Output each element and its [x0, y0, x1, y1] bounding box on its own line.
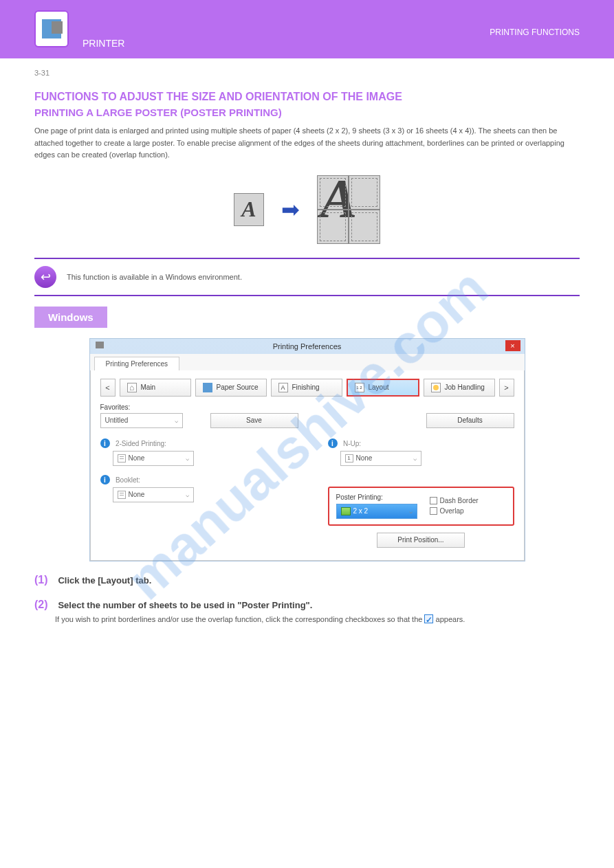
chevron-down-icon: ⌵ [186, 491, 189, 498]
dash-border-checkbox[interactable]: Dash Border [430, 497, 479, 504]
poster-value: 2 x 2 [353, 507, 369, 515]
tab-paper-label: Paper Source [217, 383, 259, 391]
close-icon[interactable]: × [505, 340, 520, 351]
checkbox-icon [430, 507, 437, 515]
info-icon[interactable]: i [100, 438, 110, 448]
header-left-label: PRINTER [83, 38, 124, 49]
booklet-label: Booklet: [116, 476, 140, 484]
home-icon [127, 383, 137, 392]
back-arrow-icon: ↩ [34, 266, 56, 288]
twosided-label: 2-Sided Printing: [116, 440, 166, 447]
info-icon[interactable]: i [100, 475, 110, 485]
checked-checkbox-icon [424, 614, 433, 623]
note-text: This function is available in a Windows … [67, 273, 242, 281]
single-page-thumb: A [234, 193, 264, 226]
printer-icon [96, 342, 104, 348]
poster-printing-group: Poster Printing: 2 x 2⌵ Dash Border Over… [328, 487, 514, 526]
info-icon[interactable]: i [328, 438, 338, 448]
step-1: (1) Click the [Layout] tab. [34, 574, 580, 586]
favorites-label: Favorites: [100, 403, 514, 411]
section-icon [34, 10, 69, 47]
printer-doc-icon [42, 19, 61, 38]
job-icon [431, 383, 441, 392]
nup-prefix-icon: 1 [345, 454, 353, 463]
favorites-value: Untitled [105, 416, 129, 424]
tile-top-left: A [317, 175, 349, 210]
booklet-combo[interactable]: None⌵ [113, 487, 194, 502]
checkbox-icon [430, 497, 437, 504]
nup-label: N-Up: [343, 440, 361, 447]
window-titlebar: Printing Preferences × [90, 339, 525, 354]
poster-illustration: A ➡ A A A A [34, 175, 580, 244]
window-title: Printing Preferences [273, 342, 342, 350]
step-2-body-b: appears. [436, 615, 465, 623]
tiled-output-grid: A A A A [317, 175, 380, 244]
chevron-down-icon: ⌵ [175, 417, 178, 424]
tab-next-button[interactable]: > [499, 379, 514, 397]
chevron-down-icon: ⌵ [186, 455, 189, 462]
page-lines-icon [118, 454, 126, 463]
dialog-screenshot: Printing Preferences × Printing Preferen… [89, 338, 525, 561]
file-tab[interactable]: Printing Preferences [94, 357, 180, 370]
poster-printing-combo[interactable]: 2 x 2⌵ [336, 504, 417, 519]
tab-layout-label: Layout [369, 383, 389, 391]
tray-icon [203, 383, 212, 392]
step-2: (2) Select the number of sheets to be us… [34, 599, 580, 611]
note-block: ↩ This function is available in a Window… [34, 259, 580, 295]
step-1-title: Click the [Layout] tab. [58, 575, 151, 586]
tab-finishing[interactable]: Finishing [271, 379, 342, 397]
page-lines-icon [118, 491, 126, 499]
tab-job-handling[interactable]: Job Handling [424, 379, 495, 397]
poster-thumb-icon [341, 507, 351, 515]
layout-icon [355, 383, 364, 392]
intro-text: One page of print data is enlarged and p… [34, 125, 580, 162]
twosided-value: None [129, 454, 145, 462]
category-tabs-row: < Main Paper Source Finishing Layout Job… [100, 379, 514, 397]
favorites-combo[interactable]: Untitled⌵ [100, 413, 183, 428]
tab-finishing-label: Finishing [292, 383, 320, 391]
os-label: Windows [34, 307, 107, 328]
booklet-value: None [129, 491, 145, 498]
step-2-number: (2) [34, 599, 55, 611]
step-2-body-a: If you wish to print borderlines and/or … [55, 615, 424, 623]
header-bar: PRINTER PRINTING FUNCTIONS [0, 0, 614, 58]
poster-printing-label: Poster Printing: [336, 493, 417, 501]
overlap-label: Overlap [440, 507, 464, 515]
print-position-button[interactable]: Print Position... [377, 533, 465, 548]
header-right-label: PRINTING FUNCTIONS [490, 27, 580, 37]
section-heading: FUNCTIONS TO ADJUST THE SIZE AND ORIENTA… [34, 91, 580, 103]
step-2-body: If you wish to print borderlines and/or … [55, 614, 580, 625]
tab-layout[interactable]: Layout [347, 379, 419, 397]
tab-prev-button[interactable]: < [100, 379, 116, 397]
finishing-icon [278, 383, 288, 392]
overlap-checkbox[interactable]: Overlap [430, 507, 479, 515]
page-title: PRINTING A LARGE POSTER (POSTER PRINTING… [34, 107, 580, 118]
tile-bottom-right: A [349, 210, 380, 244]
tile-bottom-left: A [317, 210, 349, 244]
save-button[interactable]: Save [210, 413, 298, 428]
step-1-number: (1) [34, 574, 55, 586]
arrow-icon: ➡ [281, 197, 300, 223]
chevron-down-icon: ⌵ [413, 455, 417, 462]
twosided-combo[interactable]: None⌵ [113, 451, 194, 466]
dash-border-label: Dash Border [440, 497, 479, 504]
chevron-down-icon: ⌵ [409, 508, 413, 515]
tab-main-label: Main [141, 383, 156, 391]
nup-combo[interactable]: 1None⌵ [340, 451, 421, 466]
step-2-title: Select the number of sheets to be used i… [58, 600, 312, 610]
nup-value: None [356, 454, 373, 462]
file-tab-strip: Printing Preferences [90, 354, 525, 370]
separator [34, 295, 580, 296]
defaults-button[interactable]: Defaults [426, 413, 514, 428]
tab-main[interactable]: Main [120, 379, 191, 397]
tile-top-right: A [349, 175, 380, 210]
page-number: 3-31 [34, 69, 580, 77]
tab-job-label: Job Handling [445, 383, 485, 391]
tab-paper-source[interactable]: Paper Source [195, 379, 267, 397]
